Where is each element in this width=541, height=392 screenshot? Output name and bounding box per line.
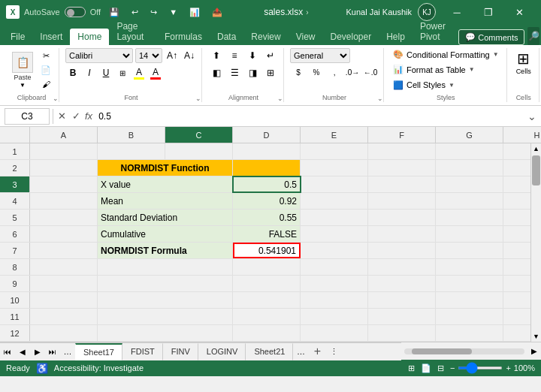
row-header-8[interactable]: 8 [0,259,30,275]
cell-e11[interactable] [368,309,436,324]
cell-d3[interactable] [301,176,368,192]
hscroll-thumb[interactable] [412,348,472,354]
col-header-d[interactable]: D [233,127,301,143]
cell-f11[interactable] [436,309,503,324]
align-left-btn[interactable]: ◧ [208,65,225,80]
cell-styles-button[interactable]: 🟦 Cell Styles ▼ [390,79,502,92]
cell-b8[interactable] [98,259,233,275]
cell-f2[interactable] [436,160,503,176]
cell-e6[interactable] [368,226,436,242]
cell-e10[interactable] [368,292,436,308]
cell-f3[interactable] [436,176,503,192]
cell-b5[interactable]: Standard Deviation [98,210,233,225]
italic-button[interactable]: I [82,65,97,80]
vscroll-thumb[interactable] [532,155,540,185]
fill-color-button[interactable]: A [131,65,147,80]
tab-help[interactable]: Help [379,29,413,45]
cell-d9[interactable] [301,276,368,291]
cell-e5[interactable] [368,210,436,225]
cell-e9[interactable] [368,276,436,291]
cell-c12[interactable] [233,325,301,341]
currency-btn[interactable]: $ [290,65,307,79]
cell-f9[interactable] [436,276,503,291]
vscroll-down-btn[interactable]: ▼ [531,331,541,342]
tab-page-layout[interactable]: Page Layout [109,18,157,45]
align-bottom-btn[interactable]: ⬇ [244,48,261,63]
cell-c10[interactable] [233,292,301,308]
number-dialog-btn[interactable]: ⌄ [377,95,383,102]
col-header-h[interactable]: H [503,127,541,143]
cell-f4[interactable] [436,193,503,209]
font-name-select[interactable]: Calibri [65,48,133,63]
row-header-1[interactable]: 1 [0,143,30,159]
ribbon-expand-btn[interactable]: 🔎 [527,27,539,45]
col-header-g[interactable]: G [436,127,503,143]
cell-c5[interactable]: 0.55 [233,210,301,225]
cell-f10[interactable] [436,292,503,308]
hscroll-right-btn[interactable]: ▶ [527,345,541,358]
cell-f6[interactable] [436,226,503,242]
cell-b9[interactable] [98,276,233,291]
col-header-e[interactable]: E [301,127,368,143]
row-header-3[interactable]: 3 [0,176,30,192]
cell-e1[interactable] [301,143,368,159]
save-button[interactable]: 💾 [105,6,123,19]
tab-formulas[interactable]: Formulas [157,29,210,45]
font-dialog-btn[interactable]: ⌄ [195,95,201,102]
cell-b11[interactable] [98,309,233,324]
cell-e12[interactable] [368,325,436,341]
col-header-a[interactable]: A [30,127,98,143]
col-header-f[interactable]: F [368,127,436,143]
align-top-btn[interactable]: ⬆ [208,48,225,63]
tab-nav-last[interactable]: ⏭ [45,342,60,360]
cell-c11[interactable] [233,309,301,324]
copy-button[interactable]: 📄 [38,63,54,77]
tab-nav-next[interactable]: ▶ [30,342,45,360]
cell-d1[interactable] [233,143,301,159]
cell-a2[interactable] [30,160,98,176]
tab-finv[interactable]: FINV [163,343,198,360]
cell-a6[interactable] [30,226,98,242]
tab-sheet21[interactable]: Sheet21 [246,343,293,360]
cell-e3[interactable] [368,176,436,192]
underline-button[interactable]: U [98,65,113,80]
cell-b2[interactable]: NORMDIST Function [98,160,233,176]
formula-input[interactable] [98,108,524,125]
cell-f5[interactable] [436,210,503,225]
formula-expand-btn[interactable]: ⌄ [527,110,536,122]
close-button[interactable]: ✕ [505,2,535,23]
cell-c7[interactable]: 0.541901 [233,243,301,258]
cell-b6[interactable]: Cumulative [98,226,233,242]
tab-nav-first[interactable]: ⏮ [0,342,15,360]
cell-c8[interactable] [233,259,301,275]
cell-f12[interactable] [436,325,503,341]
tab-more-btn[interactable]: … [60,342,75,360]
decrease-font-btn[interactable]: A↓ [182,48,197,63]
col-header-c[interactable]: C [165,127,233,143]
share-button[interactable]: 📤 [208,6,226,19]
cells-button[interactable]: ⊞ Cells [513,48,534,77]
row-header-6[interactable]: 6 [0,226,30,242]
cell-a3[interactable] [30,176,98,192]
cell-c6[interactable]: FALSE [233,226,301,242]
cell-d5[interactable] [301,210,368,225]
align-center-btn[interactable]: ☰ [226,65,243,80]
name-box[interactable]: C3 [5,108,50,125]
row-header-4[interactable]: 4 [0,193,30,209]
cell-g1[interactable] [436,143,503,159]
cell-e8[interactable] [368,259,436,275]
row-header-12[interactable]: 12 [0,325,30,341]
cell-d12[interactable] [301,325,368,341]
zoom-slider[interactable] [458,366,503,369]
cell-a10[interactable] [30,292,98,308]
conditional-formatting-button[interactable]: 🎨 Conditional Formatting ▼ [390,48,502,61]
cut-button[interactable]: ✂ [38,49,54,62]
cell-b7[interactable]: NORMDIST Formula [98,243,233,258]
redo-button[interactable]: ↪ [147,6,161,19]
comma-btn[interactable]: , [326,65,343,79]
text-wrap-btn[interactable]: ↵ [262,48,279,63]
cell-c9[interactable] [233,276,301,291]
confirm-formula-icon[interactable]: ✓ [71,109,82,123]
font-color-button[interactable]: A [148,65,163,80]
cell-f7[interactable] [436,243,503,258]
